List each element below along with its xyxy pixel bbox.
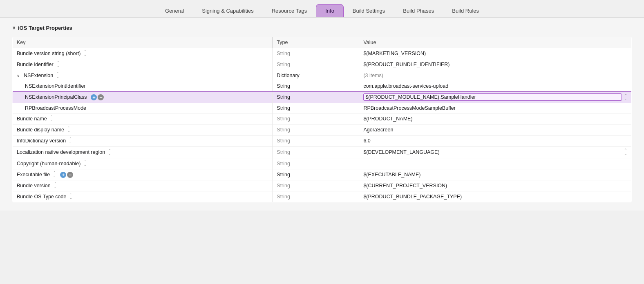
key-cell: Bundle OS Type code⌃⌄ <box>13 191 273 202</box>
key-cell: Localization native development region⌃⌄ <box>13 146 273 158</box>
value-stepper[interactable]: ⌃⌄ <box>624 149 627 156</box>
key-cell: Bundle version string (short)⌃⌄ <box>13 48 273 59</box>
section-header: ∨ iOS Target Properties <box>12 25 632 31</box>
value-cell: com.apple.broadcast-services-upload <box>359 81 632 91</box>
value-text: AgoraScreen <box>363 127 627 133</box>
type-cell: String <box>273 113 359 124</box>
table-row[interactable]: NSExtensionPrincipalClass+−String$(PRODU… <box>13 91 632 103</box>
key-label: Executable file <box>17 172 50 178</box>
key-stepper[interactable]: ⌃⌄ <box>56 72 59 79</box>
key-stepper[interactable]: ⌃⌄ <box>53 171 56 178</box>
col-header-key: Key <box>13 37 273 48</box>
key-cell: InfoDictionary version⌃⌄ <box>13 135 273 146</box>
key-label: Localization native development region <box>17 149 105 155</box>
table-row[interactable]: Copyright (human-readable)⌃⌄String <box>13 158 632 169</box>
type-label: String <box>277 161 290 166</box>
table-row[interactable]: Bundle identifier⌃⌄String$(PRODUCT_BUNDL… <box>13 59 632 70</box>
tab-build-phases[interactable]: Build Phases <box>394 4 443 17</box>
value-text: $(EXECUTABLE_NAME) <box>363 172 627 178</box>
key-stepper[interactable]: ⌃⌄ <box>69 138 72 144</box>
add-row-button[interactable]: + <box>60 172 66 178</box>
value-cell <box>359 158 632 169</box>
key-stepper[interactable]: ⌃⌄ <box>84 160 87 167</box>
type-cell: Dictionary <box>273 70 359 81</box>
content: ∨ iOS Target Properties Key Type Value B… <box>0 18 644 211</box>
value-cell: 6.0 <box>359 135 632 146</box>
type-label: String <box>277 149 290 155</box>
type-cell: String <box>273 91 359 103</box>
plist-table: Key Type Value Bundle version string (sh… <box>12 37 632 202</box>
value-cell: (3 items) <box>359 70 632 81</box>
value-text-selected[interactable]: $(PRODUCT_MODULE_NAME).SampleHandler <box>363 93 622 101</box>
table-row[interactable]: Bundle name⌃⌄String$(PRODUCT_NAME) <box>13 113 632 124</box>
type-cell: String <box>273 103 359 113</box>
table-row[interactable]: ∨NSExtension⌃⌄Dictionary(3 items) <box>13 70 632 81</box>
table-header-row: Key Type Value <box>13 37 632 48</box>
tab-build-rules[interactable]: Build Rules <box>443 4 488 17</box>
value-text: $(PRODUCT_BUNDLE_PACKAGE_TYPE) <box>363 194 627 200</box>
type-label: String <box>277 83 290 89</box>
value-text: $(DEVELOPMENT_LANGUAGE) <box>363 149 622 155</box>
key-cell: Bundle display name⌃⌄ <box>13 124 273 135</box>
value-text: $(PRODUCT_BUNDLE_IDENTIFIER) <box>363 62 627 67</box>
col-header-value: Value <box>359 37 632 48</box>
key-stepper[interactable]: ⌃⌄ <box>67 126 70 133</box>
table-row[interactable]: Bundle display name⌃⌄StringAgoraScreen <box>13 124 632 135</box>
remove-row-button[interactable]: − <box>67 172 73 178</box>
key-stepper[interactable]: ⌃⌄ <box>57 61 60 68</box>
key-stepper[interactable]: ⌃⌄ <box>54 182 57 189</box>
tab-general[interactable]: General <box>156 4 193 17</box>
type-cell: String <box>273 48 359 59</box>
value-cell: AgoraScreen <box>359 124 632 135</box>
section-title: iOS Target Properties <box>18 25 72 31</box>
table-row[interactable]: Executable file⌃⌄+−String$(EXECUTABLE_NA… <box>13 169 632 180</box>
add-remove-buttons: +− <box>91 94 104 100</box>
value-text: com.apple.broadcast-services-upload <box>363 83 627 89</box>
tab-info[interactable]: Info <box>316 4 344 17</box>
value-text: $(CURRENT_PROJECT_VERSION) <box>363 183 627 189</box>
key-cell: NSExtensionPointIdentifier <box>13 81 273 91</box>
key-cell: Copyright (human-readable)⌃⌄ <box>13 158 273 169</box>
tab-resource-tags[interactable]: Resource Tags <box>263 4 316 17</box>
section-chevron-icon[interactable]: ∨ <box>12 25 16 31</box>
type-label: String <box>277 105 290 111</box>
key-cell: NSExtensionPrincipalClass+− <box>13 91 273 103</box>
key-stepper[interactable]: ⌃⌄ <box>108 149 111 155</box>
key-cell: Bundle identifier⌃⌄ <box>13 59 273 70</box>
table-row[interactable]: InfoDictionary version⌃⌄String6.0 <box>13 135 632 146</box>
type-cell: String <box>273 158 359 169</box>
key-stepper[interactable]: ⌃⌄ <box>69 193 72 200</box>
type-cell: String <box>273 81 359 91</box>
value-cell: $(PRODUCT_BUNDLE_PACKAGE_TYPE) <box>359 191 632 202</box>
key-label: InfoDictionary version <box>17 138 66 144</box>
type-cell: String <box>273 191 359 202</box>
value-cell: $(EXECUTABLE_NAME) <box>359 169 632 180</box>
tab-build-settings[interactable]: Build Settings <box>344 4 394 17</box>
table-row[interactable]: Bundle version⌃⌄String$(CURRENT_PROJECT_… <box>13 180 632 191</box>
table-row[interactable]: Bundle version string (short)⌃⌄String$(M… <box>13 48 632 59</box>
table-row[interactable]: Bundle OS Type code⌃⌄String$(PRODUCT_BUN… <box>13 191 632 202</box>
value-text: (3 items) <box>363 73 627 78</box>
type-label: String <box>277 138 290 144</box>
value-stepper[interactable]: ⌃⌄ <box>624 94 627 100</box>
key-cell: ∨NSExtension⌃⌄ <box>13 70 273 81</box>
type-cell: String <box>273 180 359 191</box>
value-cell: RPBroadcastProcessModeSampleBuffer <box>359 103 632 113</box>
key-stepper[interactable]: ⌃⌄ <box>50 115 53 122</box>
key-cell: Executable file⌃⌄+− <box>13 169 273 180</box>
key-label: RPBroadcastProcessMode <box>25 105 86 111</box>
add-row-button[interactable]: + <box>91 94 97 100</box>
expand-chevron-icon[interactable]: ∨ <box>17 73 20 78</box>
key-label: Copyright (human-readable) <box>17 161 80 166</box>
table-row[interactable]: RPBroadcastProcessModeStringRPBroadcastP… <box>13 103 632 113</box>
tab-signing[interactable]: Signing & Capabilities <box>193 4 262 17</box>
key-cell: RPBroadcastProcessMode <box>13 103 273 113</box>
value-text: 6.0 <box>363 138 627 144</box>
table-row[interactable]: NSExtensionPointIdentifierStringcom.appl… <box>13 81 632 91</box>
table-row[interactable]: Localization native development region⌃⌄… <box>13 146 632 158</box>
key-label: Bundle version string (short) <box>17 51 80 56</box>
key-stepper[interactable]: ⌃⌄ <box>84 50 87 57</box>
type-label: String <box>277 194 290 200</box>
remove-row-button[interactable]: − <box>98 94 104 100</box>
value-text: $(PRODUCT_NAME) <box>363 116 627 122</box>
